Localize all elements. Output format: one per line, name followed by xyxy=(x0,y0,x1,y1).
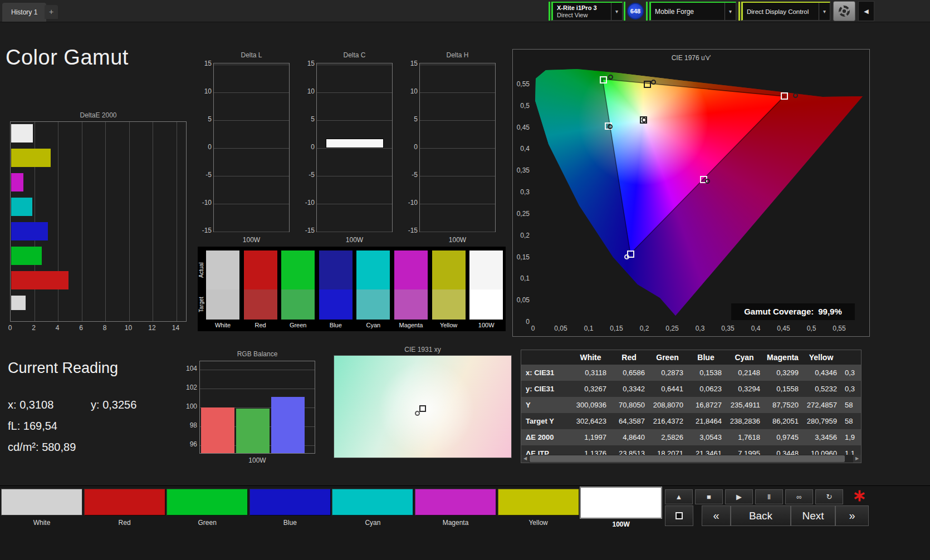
delta-chart-delta-c: Delta C151050-5-10-15100W xyxy=(302,51,397,245)
deltae-xtick: 6 xyxy=(75,324,88,332)
delta-gridline xyxy=(214,204,289,204)
cie-1931-title: CIE 1931 xy xyxy=(334,346,512,353)
swatch-color xyxy=(332,489,413,515)
table-cell: 0,3342 xyxy=(610,381,648,397)
add-tab-button[interactable]: + xyxy=(45,5,58,19)
delta-ytick: 5 xyxy=(199,115,212,123)
transport-busy-indicator-button[interactable]: ∗ xyxy=(845,489,873,504)
settings-button[interactable] xyxy=(833,1,855,21)
delta-gridline xyxy=(420,176,495,176)
deltae-bar-blue xyxy=(11,222,48,240)
transport-continuous-button[interactable]: ∞ xyxy=(785,489,813,504)
chart-title: Delta C xyxy=(316,51,393,59)
delta-xlabel: 100W xyxy=(316,236,393,244)
reading-fl: fL: 169,54 xyxy=(8,420,57,433)
table-scrollbar[interactable]: ◀ ▶ xyxy=(521,455,861,463)
chevron-down-icon[interactable]: ▾ xyxy=(819,3,830,20)
marker-red xyxy=(781,92,788,100)
delta-gridline xyxy=(317,232,392,232)
next-chevrons-button[interactable]: » xyxy=(835,505,869,526)
source-dropdown[interactable]: Mobile Forge ▾ xyxy=(649,2,736,21)
delta-gridline xyxy=(214,65,289,65)
rgb-balance-chart xyxy=(199,361,315,454)
patch-target xyxy=(281,289,315,320)
patch-label: Yellow xyxy=(429,322,469,328)
patch-actual xyxy=(206,250,239,289)
delta-gridline xyxy=(214,92,289,93)
delta-ytick: 15 xyxy=(199,60,212,67)
chevron-down-icon[interactable]: ▾ xyxy=(725,3,736,20)
rgb-ytick: 100 xyxy=(183,402,197,410)
deltae-bar-magenta xyxy=(11,173,23,191)
green-separator xyxy=(624,2,625,21)
table-cell: 0,3267 xyxy=(571,381,610,397)
table-row-label: Target Y xyxy=(521,413,571,429)
pattern-swatch-green[interactable]: Green xyxy=(167,489,248,529)
reading-x: x: 0,3108 xyxy=(8,399,53,411)
table-cell: 64,3587 xyxy=(610,413,648,429)
collapse-panel-button[interactable]: ◀ xyxy=(858,1,874,21)
scroll-right-button[interactable]: ▶ xyxy=(853,455,861,463)
scrollbar-thumb[interactable] xyxy=(530,455,845,462)
deltae-xtick: 2 xyxy=(27,324,41,332)
delta-chart-delta-l: Delta L151050-5-10-15100W xyxy=(199,51,294,245)
delta-xlabel: 100W xyxy=(419,236,496,244)
next-button[interactable]: Next xyxy=(791,505,835,526)
table-cell: 16,8727 xyxy=(687,397,725,413)
delta-xlabel: 100W xyxy=(213,236,290,244)
table-cell: 58 xyxy=(840,397,862,413)
delta-gridline xyxy=(420,232,495,232)
pattern-swatch-yellow[interactable]: Yellow xyxy=(498,489,579,529)
pattern-window-button[interactable] xyxy=(665,505,693,526)
delta-ytick: -15 xyxy=(199,227,212,234)
table-col-header: Yellow xyxy=(802,350,840,365)
tab-history-1[interactable]: History 1 xyxy=(2,3,46,22)
delta-ytick: 10 xyxy=(199,87,212,95)
measured-dot xyxy=(415,411,420,416)
table-row: Target Y302,642364,3587216,437221,846423… xyxy=(521,413,861,429)
delta-ytick: 5 xyxy=(405,115,418,123)
marker-red-dot xyxy=(793,93,798,98)
table-col-header: Red xyxy=(610,350,648,365)
patch-label: Red xyxy=(241,322,281,328)
delta-ytick: 10 xyxy=(302,87,315,95)
prev-chevrons-button[interactable]: « xyxy=(702,505,731,526)
table-cell: 216,4372 xyxy=(648,413,687,429)
table-col-header-partial xyxy=(840,350,862,365)
patch-actual xyxy=(281,250,315,289)
rgb-bar-blue xyxy=(271,397,305,453)
back-button[interactable]: Back xyxy=(731,505,791,526)
patch-column-blue: Blue xyxy=(319,247,353,331)
meter-dropdown[interactable]: X-Rite i1Pro 3 Direct View ▾ xyxy=(551,2,623,21)
delta-charts: Delta L151050-5-10-15100WDelta C151050-5… xyxy=(192,51,504,245)
pattern-swatch-white[interactable]: White xyxy=(1,489,82,529)
gamut-coverage-label: Gamut Coverage: xyxy=(744,307,814,316)
pattern-swatch-cyan[interactable]: Cyan xyxy=(332,489,413,529)
patch-actual xyxy=(356,250,390,289)
pattern-swatch-red[interactable]: Red xyxy=(84,489,165,529)
patch-column-yellow: Yellow xyxy=(432,247,466,331)
delta-gridline xyxy=(317,65,392,65)
scroll-left-button[interactable]: ◀ xyxy=(521,455,529,463)
display-control-dropdown[interactable]: Direct Display Control ▾ xyxy=(741,2,830,21)
transport-scroll-up-button[interactable]: ▲ xyxy=(665,489,693,504)
meter-label: X-Rite i1Pro 3 Direct View xyxy=(553,4,611,19)
table-cell: 3,0543 xyxy=(687,429,725,445)
pattern-swatch-blue[interactable]: Blue xyxy=(249,489,331,529)
delta-ytick: -15 xyxy=(302,227,315,234)
pattern-swatch-100w[interactable]: 100W xyxy=(580,489,662,529)
transport-repeat-button[interactable]: ↻ xyxy=(815,489,843,504)
transport-play-button[interactable]: ▶ xyxy=(725,489,753,504)
deltae-bar-yellow xyxy=(11,149,51,167)
delta-ytick: 0 xyxy=(405,143,418,151)
transport-stop-button[interactable]: ■ xyxy=(695,489,723,504)
swatch-label: Cyan xyxy=(332,519,413,527)
patch-column-100w: 100W xyxy=(469,247,503,331)
table-cell: 272,4857 xyxy=(802,397,840,413)
table-row-label: x: CIE31 xyxy=(521,365,571,381)
pattern-swatch-magenta[interactable]: Magenta xyxy=(415,489,496,529)
marker-green xyxy=(600,76,607,83)
transport-pause-button[interactable]: Ⅱ xyxy=(755,489,783,504)
chevron-down-icon[interactable]: ▾ xyxy=(611,3,622,20)
marker-yellow-dot xyxy=(651,80,656,85)
